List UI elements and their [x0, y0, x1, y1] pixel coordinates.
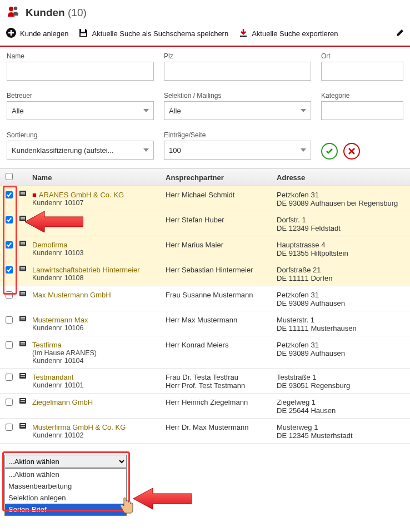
- svg-rect-24: [21, 342, 25, 343]
- col-header-addr[interactable]: Adresse: [277, 173, 404, 182]
- bulk-action-dropdown[interactable]: ...Aktion wählenMassenbearbeitungSelekti…: [4, 468, 127, 516]
- bulk-action-option[interactable]: Massenbearbeitung: [5, 480, 126, 492]
- row-checkbox[interactable]: [6, 291, 13, 299]
- save-icon: [78, 28, 88, 39]
- row-checkbox[interactable]: [6, 374, 13, 381]
- download-icon: [238, 28, 248, 39]
- table-row[interactable]: Testfirma(Im Hause ARANES)Kundennr 10104…: [0, 336, 410, 369]
- customer-sub: Kundennr 10108: [32, 274, 166, 282]
- betreuer-filter-select[interactable]: Alle: [7, 101, 154, 120]
- customer-icon: [19, 265, 32, 274]
- customer-icon: [19, 422, 32, 431]
- svg-rect-21: [21, 317, 25, 318]
- plz-filter-input[interactable]: [164, 62, 311, 81]
- row-checkbox[interactable]: [6, 316, 13, 324]
- customer-icon: [19, 372, 32, 381]
- sortierung-filter-select[interactable]: Kundenklassifizierung (aufstei...: [7, 141, 154, 160]
- plus-circle-icon: [6, 27, 17, 40]
- customer-name-link[interactable]: Blaumann KG: [32, 216, 77, 224]
- row-checkbox[interactable]: [6, 399, 13, 406]
- apply-filter-button[interactable]: [321, 143, 338, 160]
- customer-icon: [19, 215, 32, 224]
- row-checkbox[interactable]: [6, 341, 13, 349]
- svg-rect-22: [21, 319, 25, 320]
- row-checkbox[interactable]: [6, 266, 13, 274]
- marker-icon: ■: [32, 191, 37, 199]
- bulk-action-option[interactable]: Selektion anlegen: [5, 492, 126, 504]
- export-search-button[interactable]: Aktuelle Suche exportieren: [238, 28, 338, 39]
- select-all-checkbox[interactable]: [6, 173, 13, 180]
- contact-cell: Herr Michael Schmidt: [166, 190, 277, 199]
- selektion-filter-select[interactable]: Alle: [164, 101, 311, 120]
- row-checkbox[interactable]: [6, 216, 13, 223]
- customer-name-link[interactable]: Testfirma: [32, 341, 62, 349]
- svg-rect-30: [21, 399, 25, 400]
- table-row[interactable]: Musterfirma GmbH & Co. KGKundennr 10102H…: [0, 419, 410, 444]
- svg-rect-7: [21, 193, 25, 195]
- customer-sub: Kundennr 10102: [32, 431, 166, 439]
- contact-cell: Herr Konrad Meiers: [166, 340, 277, 349]
- save-search-button[interactable]: Aktuelle Suche als Suchschema speichern: [78, 28, 228, 39]
- customer-name-link[interactable]: Demofirma: [32, 241, 68, 249]
- address-cell: Musterstr. 1DE 11111 Musterhausen: [277, 315, 404, 332]
- customer-icon: [19, 190, 32, 199]
- address-cell: Petzkofen 31DE 93089 Aufhausen bei Regen…: [277, 190, 404, 207]
- svg-rect-4: [81, 33, 86, 36]
- bulk-action-select[interactable]: ...Aktion wählen: [4, 455, 127, 468]
- close-icon: [348, 147, 356, 155]
- svg-rect-10: [21, 218, 25, 220]
- customer-name-link[interactable]: ARANES GmbH & Co. KG: [39, 191, 124, 199]
- kategorie-filter-input[interactable]: [321, 101, 403, 120]
- row-checkbox[interactable]: [6, 191, 13, 198]
- col-header-name[interactable]: Name: [32, 173, 166, 182]
- betreuer-filter-label: Betreuer: [7, 92, 154, 100]
- address-cell: Musterweg 1DE 12345 Musterhstadt: [277, 422, 404, 440]
- chevron-down-icon: [301, 109, 306, 112]
- address-cell: Ziegelweg 1DE 25644 Hausen: [277, 397, 404, 415]
- customer-name-link[interactable]: Mustermann Max: [32, 316, 88, 324]
- address-cell: Hauptstrasse 4DE 91355 Hiltpoltstein: [277, 240, 404, 257]
- customer-name-link[interactable]: Ziegelmann GmbH: [32, 398, 93, 406]
- clear-filter-button[interactable]: [343, 143, 360, 160]
- table-row[interactable]: Ziegelmann GmbHHerr Heinrich ZiegelmannZ…: [0, 394, 410, 419]
- svg-rect-12: [21, 242, 25, 243]
- create-customer-button[interactable]: Kunde anlegen: [6, 27, 68, 40]
- table-row[interactable]: TestmandantKundennr 10101Frau Dr. Testa …: [0, 369, 410, 394]
- svg-rect-19: [21, 294, 25, 295]
- row-checkbox[interactable]: [6, 424, 13, 431]
- eintraege-filter-label: Einträge/Seite: [164, 131, 311, 139]
- bulk-action-option[interactable]: Serien-Brief: [5, 504, 126, 515]
- customer-icon: [19, 340, 32, 349]
- customer-name-link[interactable]: Testmandant: [32, 373, 73, 381]
- contact-cell: Herr Stefan Huber: [166, 215, 277, 224]
- name-filter-input[interactable]: [7, 62, 154, 81]
- customer-sub: Kundennr 10101: [32, 381, 166, 389]
- table-row[interactable]: ■ARANES GmbH & Co. KGKundennr 10107Herr …: [0, 186, 410, 211]
- col-header-contact[interactable]: Ansprechpartner: [166, 173, 277, 182]
- address-cell: Petzkofen 31DE 93089 Aufhausen: [277, 290, 404, 307]
- chevron-down-icon: [143, 109, 149, 112]
- table-row[interactable]: Blaumann KGHerr Stefan HuberDorfstr. 1DE…: [0, 211, 410, 236]
- ort-filter-input[interactable]: [321, 62, 403, 81]
- table-row[interactable]: Lanwirtschaftsbetrieb HintermeierKundenn…: [0, 261, 410, 286]
- contact-cell: Herr Dr. Max Mustermann: [166, 422, 277, 431]
- edit-button[interactable]: [396, 28, 404, 39]
- customer-name-link[interactable]: Lanwirtschaftsbetrieb Hintermeier: [32, 266, 140, 274]
- table-row[interactable]: DemofirmaKundennr 10103Herr Marius Maier…: [0, 236, 410, 261]
- table-row[interactable]: Max Mustermann GmbHFrau Susanne Musterma…: [0, 286, 410, 311]
- chevron-down-icon: [143, 148, 149, 152]
- contact-cell: Frau Dr. Testa TestfrauHerr Prof. Test T…: [166, 372, 277, 390]
- address-cell: Dorfstr. 1DE 12349 Feldstadt: [277, 215, 404, 232]
- svg-rect-16: [21, 269, 25, 270]
- svg-rect-13: [21, 243, 25, 245]
- customer-name-link[interactable]: Max Mustermann GmbH: [32, 291, 111, 299]
- save-search-label: Aktuelle Suche als Suchschema speichern: [92, 29, 228, 38]
- row-checkbox[interactable]: [6, 241, 13, 248]
- svg-rect-18: [21, 292, 25, 293]
- table-row[interactable]: Mustermann MaxKundennr 10106Herr Max Mus…: [0, 311, 410, 336]
- customer-name-link[interactable]: Musterfirma GmbH & Co. KG: [32, 423, 126, 431]
- svg-point-1: [14, 7, 18, 11]
- ort-filter-label: Ort: [321, 52, 403, 60]
- bulk-action-option[interactable]: ...Aktion wählen: [5, 469, 126, 480]
- eintraege-filter-select[interactable]: 100: [164, 141, 311, 160]
